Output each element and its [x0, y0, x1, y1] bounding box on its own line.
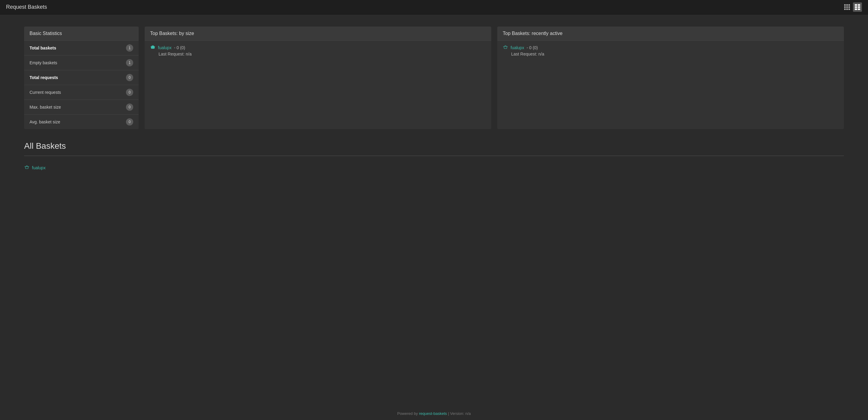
- top-recently-active-entry: fualupx - 0 (0) Last Request: n/a: [497, 41, 844, 61]
- list-view-button[interactable]: [853, 2, 862, 12]
- stat-label-avg-size: Avg. basket size: [30, 119, 60, 124]
- stat-label-total-baskets: Total baskets: [30, 46, 56, 50]
- top-by-size-title: Top Baskets: by size: [145, 27, 491, 41]
- stat-value-total-requests: 0: [126, 74, 133, 81]
- basket-list-link[interactable]: fualupx: [32, 165, 45, 170]
- basic-stats-title: Basic Statistics: [24, 27, 138, 41]
- stat-value-current-requests: 0: [126, 89, 133, 96]
- view-toggle-group: [842, 2, 862, 12]
- top-by-size-entry: fualupx - 0 (0) Last Request: n/a: [145, 41, 491, 61]
- all-baskets-section: All Baskets fualupx: [24, 141, 844, 173]
- stat-value-avg-size: 0: [126, 118, 133, 125]
- top-by-size-link-row: fualupx - 0 (0): [150, 45, 486, 50]
- basket-icon-top-recent: [503, 45, 508, 50]
- stat-label-max-size: Max. basket size: [30, 105, 61, 110]
- stat-value-max-size: 0: [126, 104, 133, 111]
- footer-powered-by: Powered by: [397, 411, 418, 416]
- top-by-size-panel: Top Baskets: by size fualupx - 0 (0): [145, 27, 491, 129]
- stat-label-total-requests: Total requests: [30, 75, 58, 80]
- footer: Powered by request-baskets | Version: n/…: [0, 407, 868, 420]
- top-by-size-last-request-value: n/a: [186, 52, 191, 56]
- top-recently-active-panel: Top Baskets: recently active fualupx - 0…: [497, 27, 844, 129]
- list-icon: [855, 4, 860, 10]
- stats-table: Total baskets 1 Empty baskets 1 Total re…: [24, 41, 138, 129]
- app-title: Request Baskets: [6, 4, 47, 10]
- stat-row-current-requests: Current requests 0: [24, 85, 138, 100]
- stat-row-empty-baskets: Empty baskets 1: [24, 56, 138, 70]
- list-item: fualupx: [24, 162, 844, 173]
- stat-label-current-requests: Current requests: [30, 90, 61, 95]
- top-by-size-basket-meta: - 0 (0): [174, 45, 185, 50]
- top-recently-active-basket-meta: - 0 (0): [527, 45, 538, 50]
- navbar: Request Baskets: [0, 0, 868, 15]
- top-by-size-basket-link[interactable]: fualupx: [158, 45, 172, 50]
- top-by-size-last-request-label: Last Request:: [158, 52, 186, 56]
- top-recently-active-last-request-value: n/a: [538, 52, 544, 56]
- stat-row-max-size: Max. basket size 0: [24, 100, 138, 115]
- stat-label-empty-baskets: Empty baskets: [30, 60, 57, 65]
- stats-row: Basic Statistics Total baskets 1 Empty b…: [24, 27, 844, 129]
- basic-stats-panel: Basic Statistics Total baskets 1 Empty b…: [24, 27, 138, 129]
- all-baskets-heading: All Baskets: [24, 141, 844, 151]
- basket-icon-top-size: [150, 45, 156, 50]
- stat-row-total-baskets: Total baskets 1: [24, 41, 138, 56]
- top-recently-active-last-request-label: Last Request:: [511, 52, 538, 56]
- top-by-size-last-request: Last Request: n/a: [150, 52, 486, 56]
- top-recently-active-last-request: Last Request: n/a: [503, 52, 838, 56]
- top-recently-active-title: Top Baskets: recently active: [497, 27, 844, 41]
- stat-value-total-baskets: 1: [126, 44, 133, 52]
- footer-version: | Version: n/a: [448, 411, 471, 416]
- top-recently-active-link-row: fualupx - 0 (0): [503, 45, 838, 50]
- main-content: Basic Statistics Total baskets 1 Empty b…: [0, 15, 868, 186]
- grid-view-button[interactable]: [842, 2, 852, 12]
- basket-icon-list-item: [24, 165, 30, 170]
- grid-icon: [844, 4, 850, 10]
- footer-link[interactable]: request-baskets: [419, 411, 447, 416]
- stat-row-total-requests: Total requests 0: [24, 70, 138, 85]
- stat-row-avg-size: Avg. basket size 0: [24, 115, 138, 129]
- top-recently-active-basket-link[interactable]: fualupx: [510, 45, 524, 50]
- stat-value-empty-baskets: 1: [126, 59, 133, 66]
